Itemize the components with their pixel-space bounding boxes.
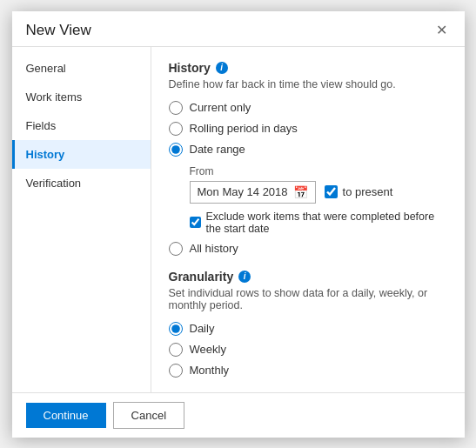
sidebar-item-history[interactable]: History (12, 140, 151, 169)
history-description: Define how far back in time the view sho… (169, 78, 447, 90)
date-range-sub: From Mon May 14 2018 📅 to present Exclud… (190, 165, 447, 235)
calendar-icon: 📅 (293, 185, 308, 199)
exclude-checkbox[interactable] (190, 216, 201, 229)
dialog-footer: Continue Cancel (12, 392, 465, 438)
date-row: Mon May 14 2018 📅 to present (190, 181, 447, 204)
radio-label-rolling-period: Rolling period in days (190, 122, 298, 135)
option-all-history[interactable]: All history (169, 242, 447, 256)
option-monthly[interactable]: Monthly (169, 364, 447, 378)
granularity-section-title: Granularity i (169, 270, 447, 284)
all-history-option: All history (169, 242, 447, 256)
option-rolling-period[interactable]: Rolling period in days (169, 122, 447, 136)
main-content: History i Define how far back in time th… (151, 47, 465, 392)
to-present-checkbox[interactable] (325, 185, 338, 198)
radio-label-current-only: Current only (190, 101, 251, 114)
sidebar-item-label: History (26, 148, 65, 161)
radio-current-only[interactable] (169, 101, 183, 115)
option-daily[interactable]: Daily (169, 322, 447, 336)
radio-label-monthly: Monthly (190, 364, 230, 377)
radio-label-weekly: Weekly (190, 343, 226, 356)
sidebar-item-label: General (26, 62, 66, 75)
granularity-description: Set individual rows to show data for a d… (169, 287, 447, 311)
exclude-row: Exclude work items that were completed b… (190, 211, 447, 235)
sidebar-item-label: Fields (26, 119, 57, 132)
sidebar-item-work-items[interactable]: Work items (12, 83, 151, 111)
radio-daily[interactable] (169, 322, 183, 336)
option-current-only[interactable]: Current only (169, 101, 447, 115)
history-section-title: History i (169, 61, 447, 75)
new-view-dialog: New View ✕ General Work items Fields His… (12, 11, 465, 438)
sidebar: General Work items Fields History Verifi… (12, 47, 151, 392)
sidebar-item-verification[interactable]: Verification (12, 169, 151, 197)
date-picker[interactable]: Mon May 14 2018 📅 (190, 181, 316, 204)
radio-label-all-history: All history (190, 242, 238, 255)
radio-monthly[interactable] (169, 364, 183, 378)
radio-label-date-range: Date range (190, 143, 245, 156)
radio-weekly[interactable] (169, 343, 183, 357)
sidebar-item-label: Verification (26, 177, 82, 190)
history-info-icon[interactable]: i (216, 62, 228, 74)
option-weekly[interactable]: Weekly (169, 343, 447, 357)
history-options: Current only Rolling period in days Date… (169, 101, 447, 157)
from-label: From (190, 165, 447, 177)
dialog-header: New View ✕ (12, 11, 465, 47)
sidebar-item-label: Work items (26, 90, 83, 104)
close-button[interactable]: ✕ (432, 22, 451, 39)
sidebar-item-fields[interactable]: Fields (12, 111, 151, 140)
option-date-range[interactable]: Date range (169, 143, 447, 157)
to-present-row: to present (325, 185, 393, 198)
dialog-title: New View (26, 22, 91, 39)
radio-all-history[interactable] (169, 242, 183, 256)
date-value: Mon May 14 2018 (198, 185, 288, 198)
dialog-body: General Work items Fields History Verifi… (12, 47, 465, 392)
exclude-label: Exclude work items that were completed b… (206, 211, 447, 235)
to-present-label: to present (343, 185, 393, 198)
radio-date-range[interactable] (169, 143, 183, 157)
granularity-options: Daily Weekly Monthly (169, 322, 447, 378)
sidebar-item-general[interactable]: General (12, 54, 151, 83)
cancel-button[interactable]: Cancel (113, 402, 184, 429)
continue-button[interactable]: Continue (26, 403, 106, 428)
granularity-info-icon[interactable]: i (238, 271, 251, 283)
radio-rolling-period[interactable] (169, 122, 183, 136)
radio-label-daily: Daily (190, 322, 215, 335)
